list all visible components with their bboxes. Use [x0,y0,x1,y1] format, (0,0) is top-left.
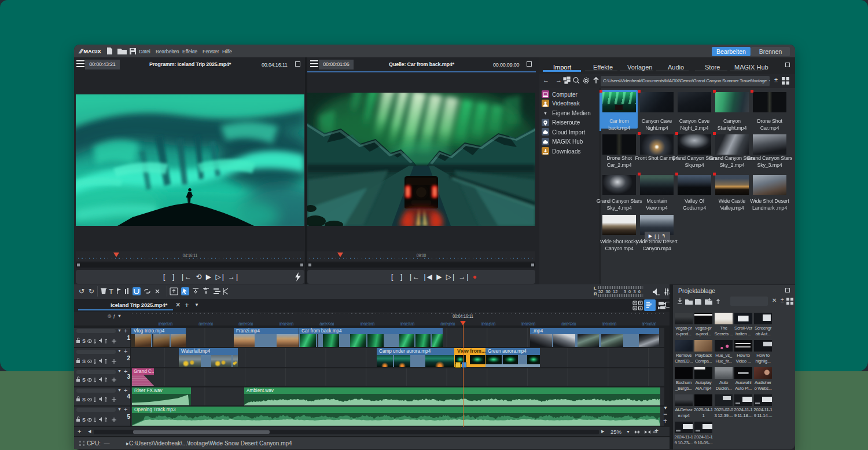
svg-text:S: S [82,377,86,382]
svg-text:T: T [109,287,113,296]
svg-text:S: S [82,338,86,343]
svg-text:S: S [82,358,86,364]
svg-text:S: S [82,417,86,422]
svg-text:S: S [82,397,86,402]
